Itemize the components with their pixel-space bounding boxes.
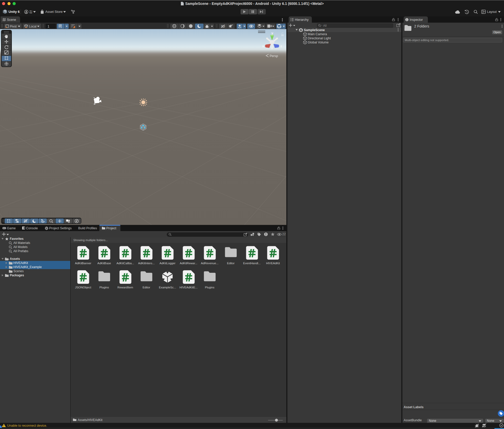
svg-text:z: z	[280, 44, 282, 48]
svg-text:Y: Y	[60, 26, 62, 28]
svg-text:x: x	[262, 44, 264, 48]
svg-text:Persp: Persp	[270, 54, 278, 58]
svg-text:y: y	[271, 31, 273, 35]
